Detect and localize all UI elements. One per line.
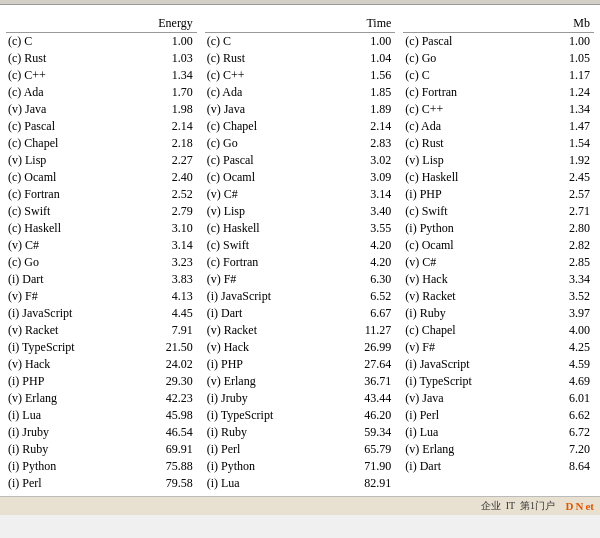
- lang-label: (c) Ocaml: [6, 169, 128, 186]
- table-row: (c) Go3.23: [6, 254, 197, 271]
- lang-label: (v) C#: [6, 237, 128, 254]
- lang-label: (c) Haskell: [205, 220, 336, 237]
- value-cell: 29.30: [128, 373, 196, 390]
- col-header-0: Energy: [128, 15, 196, 33]
- table-row: (i) Perl65.79: [205, 441, 396, 458]
- lang-label: (i) PHP: [205, 356, 336, 373]
- lang-label: (v) Racket: [403, 288, 542, 305]
- table-row: (i) Python2.80: [403, 220, 594, 237]
- value-cell: 2.45: [542, 169, 594, 186]
- col-header-2: Mb: [542, 15, 594, 33]
- table-row: (i) Lua82.91: [205, 475, 396, 492]
- lang-label: (c) C: [205, 33, 336, 51]
- lang-label: (c) Rust: [403, 135, 542, 152]
- table-row: (i) Dart3.83: [6, 271, 197, 288]
- value-cell: 4.20: [336, 237, 396, 254]
- lang-label: (c) C: [403, 67, 542, 84]
- value-cell: 8.64: [542, 458, 594, 475]
- table-row: (c) C1.00: [205, 33, 396, 51]
- table-row: (v) C#3.14: [205, 186, 396, 203]
- table-row: (v) Java6.01: [403, 390, 594, 407]
- value-cell: 3.10: [128, 220, 196, 237]
- watermark-site: 企业 IT 第1门户: [481, 499, 555, 513]
- lang-label: (c) Pascal: [403, 33, 542, 51]
- lang-label: (i) Lua: [6, 407, 128, 424]
- value-cell: 4.13: [128, 288, 196, 305]
- value-cell: 3.40: [336, 203, 396, 220]
- value-cell: 82.91: [336, 475, 396, 492]
- value-cell: 2.14: [336, 118, 396, 135]
- lang-label: (i) Ruby: [205, 424, 336, 441]
- table-row: (v) Racket11.27: [205, 322, 396, 339]
- lang-label: (i) Python: [403, 220, 542, 237]
- lang-label: (v) Java: [403, 390, 542, 407]
- table-row: (c) C++1.34: [6, 67, 197, 84]
- col-header-1: Time: [336, 15, 396, 33]
- value-cell: 2.79: [128, 203, 196, 220]
- lang-label: (i) Dart: [205, 305, 336, 322]
- value-cell: 3.02: [336, 152, 396, 169]
- table-row: (i) Dart6.67: [205, 305, 396, 322]
- value-cell: 3.23: [128, 254, 196, 271]
- table-row: (i) Perl6.62: [403, 407, 594, 424]
- column-2: Mb(c) Pascal1.00(c) Go1.05(c) C1.17(c) F…: [403, 15, 594, 492]
- value-cell: 2.18: [128, 135, 196, 152]
- table-row: (c) Chapel4.00: [403, 322, 594, 339]
- lang-label: (c) Go: [205, 135, 336, 152]
- value-cell: 2.57: [542, 186, 594, 203]
- lang-label: (c) Rust: [205, 50, 336, 67]
- value-cell: 4.00: [542, 322, 594, 339]
- value-cell: 7.91: [128, 322, 196, 339]
- value-cell: 24.02: [128, 356, 196, 373]
- column-1: Time(c) C1.00(c) Rust1.04(c) C++1.56(c) …: [205, 15, 396, 492]
- lang-label: (v) Hack: [205, 339, 336, 356]
- table-row: (v) F#4.25: [403, 339, 594, 356]
- table-row: (c) C++1.34: [403, 101, 594, 118]
- lang-label: (i) Perl: [403, 407, 542, 424]
- value-cell: 75.88: [128, 458, 196, 475]
- value-cell: 4.59: [542, 356, 594, 373]
- table-row: (c) Swift4.20: [205, 237, 396, 254]
- table-row: (c) Chapel2.14: [205, 118, 396, 135]
- value-cell: 3.83: [128, 271, 196, 288]
- lang-label: (i) JavaScript: [6, 305, 128, 322]
- lang-label: (v) Lisp: [6, 152, 128, 169]
- lang-label: (c) Ada: [205, 84, 336, 101]
- table-row: (v) Java1.89: [205, 101, 396, 118]
- lang-label: (c) Ada: [403, 118, 542, 135]
- table-row: (c) Haskell3.10: [6, 220, 197, 237]
- table-row: (i) JavaScript4.59: [403, 356, 594, 373]
- table-row: (c) Swift2.79: [6, 203, 197, 220]
- table-row: (i) TypeScript21.50: [6, 339, 197, 356]
- value-cell: 2.40: [128, 169, 196, 186]
- table-row: (c) Fortran1.24: [403, 84, 594, 101]
- lang-label: (v) Lisp: [205, 203, 336, 220]
- lang-label: (i) Jruby: [6, 424, 128, 441]
- table-row: (c) Ada1.47: [403, 118, 594, 135]
- lang-label: (c) Ocaml: [205, 169, 336, 186]
- table-row: (v) Lisp1.92: [403, 152, 594, 169]
- lang-label: (v) Erlang: [403, 441, 542, 458]
- lang-label: (v) F#: [205, 271, 336, 288]
- value-cell: 43.44: [336, 390, 396, 407]
- table-row: (c) Pascal2.14: [6, 118, 197, 135]
- lang-label: (c) C: [6, 33, 128, 51]
- lang-label: (c) Swift: [403, 203, 542, 220]
- lang-label: (c) Ocaml: [403, 237, 542, 254]
- table-row: (i) Ruby3.97: [403, 305, 594, 322]
- lang-label: (v) C#: [403, 254, 542, 271]
- value-cell: 65.79: [336, 441, 396, 458]
- value-cell: 1.47: [542, 118, 594, 135]
- value-cell: 7.20: [542, 441, 594, 458]
- value-cell: 42.23: [128, 390, 196, 407]
- lang-label: (v) Java: [205, 101, 336, 118]
- table-row: (v) Erlang36.71: [205, 373, 396, 390]
- value-cell: 1.70: [128, 84, 196, 101]
- lang-label: (i) Jruby: [205, 390, 336, 407]
- table-row: (i) JavaScript6.52: [205, 288, 396, 305]
- lang-label: (c) Fortran: [6, 186, 128, 203]
- lang-label: (i) JavaScript: [403, 356, 542, 373]
- value-cell: 2.14: [128, 118, 196, 135]
- lang-label: (c) Fortran: [403, 84, 542, 101]
- lang-label: (i) PHP: [403, 186, 542, 203]
